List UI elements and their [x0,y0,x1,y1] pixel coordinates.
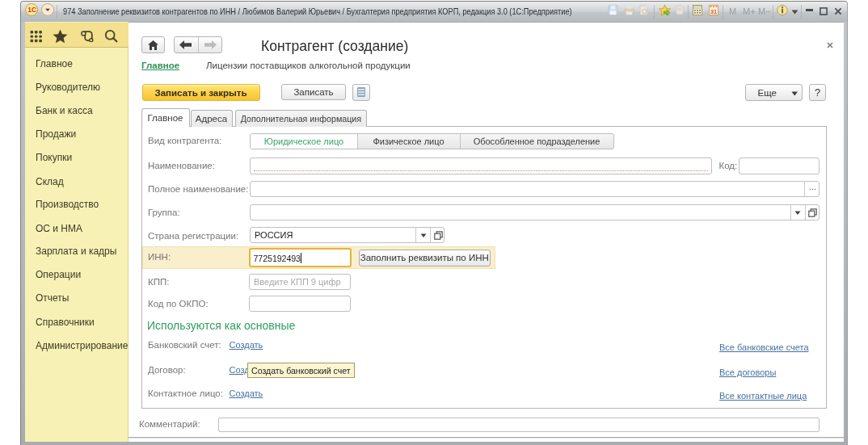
svg-text:1C: 1C [27,6,36,14]
svg-text:31: 31 [710,8,717,15]
